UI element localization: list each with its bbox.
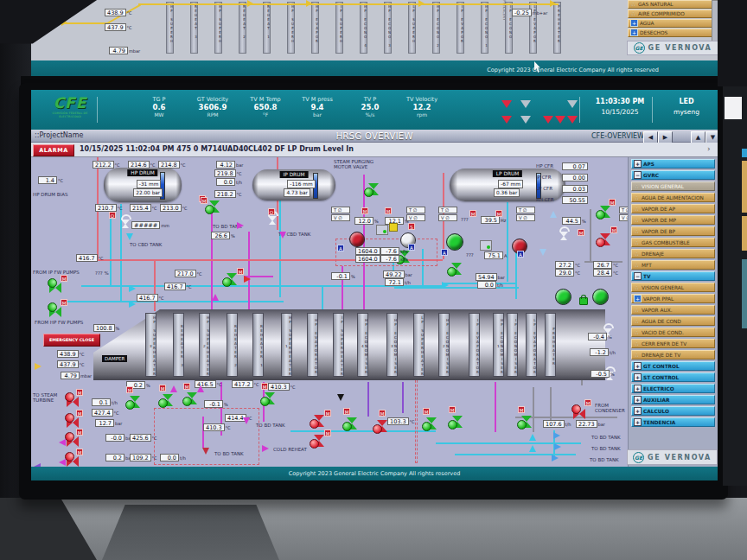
motor-valve[interactable] [130,396,140,408]
sidebar-item[interactable]: +TENDENCIA [631,417,715,427]
readout-unit: °C [152,436,157,441]
motor-valve[interactable] [227,273,237,285]
alarm-expand-icon[interactable]: › [707,144,711,153]
motor-valve[interactable] [49,283,61,293]
sidebar-item[interactable]: ∴VAPOR DE AP [631,204,715,213]
sidebar-item[interactable]: ∴AGUA DE COND [631,316,715,326]
motor-valve[interactable] [314,415,324,427]
readout-unit: mbar [80,373,92,379]
readout: 72.1t/h [385,278,411,286]
pump[interactable] [446,233,463,251]
sidebar-item[interactable]: −TV [631,271,715,281]
sidebar-item[interactable]: +VAPOR PPAL [631,294,715,303]
menu-item[interactable]: +AGUA [628,19,719,28]
sidebar-item[interactable]: ∴GAS COMBUSTIBLE [631,238,715,247]
readout-value: 49.22 [383,270,405,278]
tube-bank-profile: HP ECONO 4 [360,2,367,54]
alarm-triangle-icon[interactable] [555,116,565,124]
alarm-triangle-icon[interactable] [543,116,553,124]
motor-valve[interactable] [187,392,197,404]
readout-value: 26.6 [211,232,230,239]
readout-value: ##### [131,221,160,229]
motor-valve[interactable] [451,263,462,275]
motor-valve[interactable] [314,435,324,447]
motor-valve[interactable] [163,394,173,406]
adjacent-screen [723,86,747,486]
sidebar-item[interactable]: ∴DRENAJE DE TV [631,350,715,360]
pump[interactable] [592,289,609,305]
valve-motor-icon [373,424,382,434]
nav-button[interactable]: ▲ [691,131,706,143]
alarm-triangle-icon[interactable] [501,116,512,124]
valve-motor-icon [48,278,57,288]
sidebar-item[interactable]: −GVRC [631,170,715,180]
alarm-triangle-icon[interactable] [501,100,512,108]
readout-unit: °C [99,256,104,261]
alarm-triangle-icon[interactable] [520,116,531,124]
sidebar-item[interactable]: ∴AGUA DE ALIMENTACION [631,193,715,202]
menu-item[interactable]: +DESECHOS [628,29,719,37]
motor-valve[interactable] [377,420,387,432]
motor-valve[interactable] [600,206,610,218]
nav-button[interactable]: ▼ [706,131,718,143]
sidebar-item[interactable]: ∴VISION GENERAL [631,181,715,191]
readout-value: 107.6 [543,420,565,428]
readout-value: 416.7 [76,254,98,262]
pump[interactable] [555,289,571,305]
readout-unit: % [351,274,355,279]
sidebar-item[interactable]: ∴VAPOR DE BP [631,226,715,236]
motor-valve[interactable] [67,436,79,447]
sidebar-item[interactable]: +CALCULO [631,406,715,416]
motor-valve[interactable] [368,183,379,195]
nav-button[interactable]: ◀ [643,131,658,143]
sidebar-item[interactable]: +AUXILIAR [631,395,715,404]
parameter-label: TG P [152,96,165,103]
motor-valve[interactable] [67,417,79,428]
motor-valve[interactable] [347,417,357,430]
sidebar-item[interactable]: ∴VAPOR DE MP [631,215,715,225]
readout-value: -7.6 [380,247,399,255]
readout-unit: °C [181,162,186,168]
readout-unit: °C [187,284,192,290]
motor-indicator: M [584,399,591,406]
flow-arrow-icon [202,448,209,455]
motor-indicator: M [76,429,83,436]
motor-valve[interactable] [67,456,79,467]
motor-indicator: M [469,210,476,217]
motor-valve[interactable] [573,409,585,419]
ge-vernova-logo: GE GE VERNOVA [627,449,718,465]
nav-button[interactable]: ▶ [658,131,673,143]
motor-valve[interactable] [265,392,275,404]
hmi-header: CFE COMISIÓN FEDERAL DE ELECTRICIDAD TG … [31,90,718,130]
sidebar-item[interactable]: +ELECTRICO [631,384,715,393]
motor-valve[interactable] [600,233,610,245]
sidebar-item[interactable]: +ST CONTROL [631,372,715,382]
motor-valve[interactable] [452,416,463,428]
control-valve[interactable] [121,214,131,226]
readout: 0.0t/h [477,281,503,289]
sidebar-item[interactable]: ∴CERR ENFR DE TV [631,339,715,348]
sidebar-item[interactable]: +APS [631,159,715,169]
menu-item[interactable]: ∴AIRE COMPRIMIDO [628,10,719,18]
control-valve[interactable] [559,226,570,239]
sidebar-item[interactable]: ∴VACIO DE COND. [631,328,715,337]
alarm-triangle-icon[interactable] [567,116,578,124]
motor-valve[interactable] [426,417,437,430]
alarm-triangle-icon[interactable] [567,100,578,108]
sidebar-item[interactable]: ∴DRENAJE [631,249,715,258]
sidebar-item[interactable]: ∴VISION GENERAL [631,283,715,292]
sidebar-item[interactable]: ∴VAPOR AUX. [631,305,715,315]
alarm-button[interactable]: ALARMA [33,144,74,156]
motor-valve[interactable] [67,397,79,407]
motor-valve[interactable] [521,416,532,428]
emergency-close-button[interactable]: EMERGENCY CLOSE [43,334,100,347]
sidebar-item-icon: + [634,385,642,392]
alarm-triangle-icon[interactable] [520,100,531,108]
menu-item[interactable]: ∴GAS NATURAL [628,0,719,9]
motor-valve[interactable] [49,307,61,317]
sidebar-item[interactable]: +GT CONTROL [631,361,715,371]
pump[interactable] [349,232,365,247]
sidebar-item[interactable]: ∴MFT [631,260,715,270]
adjacent-screen-fragment [742,259,747,328]
motor-valve[interactable] [209,200,220,213]
